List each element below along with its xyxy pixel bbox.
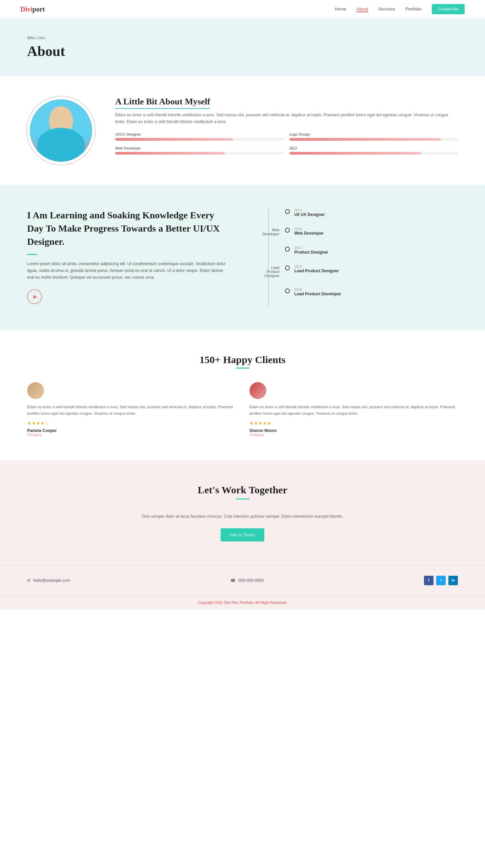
skill-logo-label: Logo Design [289,132,458,136]
timeline-item-2: Web Developer 2016 Web Developer [258,227,458,236]
tl-dot-3 [285,247,290,252]
tl-label-2: Web Developer [258,227,285,236]
tl-role-1: UI/ UX Designer [295,212,325,217]
tl-year-1: 2014 [295,209,325,212]
cta-paragraph: Duis semper diam at lacus faucibus rhonc… [27,513,458,520]
tl-dot-1 [285,209,290,214]
nav-services[interactable]: Services [378,6,395,12]
testimonial-1-stars: ★★★★☆ [27,420,236,426]
cta-button[interactable]: Get In Touch [221,528,264,541]
nav-home[interactable]: Home [335,6,346,12]
timeline-item-1: 2014 UI/ UX Designer [258,209,458,217]
skill-seo-fill [289,152,421,155]
play-button[interactable] [27,289,42,304]
copyright-pre: Copyright 2021 [198,600,224,605]
testimonial-2-stars: ★★★★★ [249,420,458,426]
nav-about[interactable]: About [357,6,368,12]
copyright-brand: Divi Plus Portfolio [224,600,253,605]
phone-icon: ☎ [230,578,236,583]
tl-label-1 [258,209,285,209]
tl-role-4: Lead Product Designer [295,269,339,273]
skill-logo: Logo Design [289,132,458,141]
tl-dot-5 [285,289,290,293]
tl-year-3: 2017 [295,246,328,250]
timeline-right: 2014 UI/ UX Designer Web Developer 2016 … [248,209,458,307]
timeline-item-3: 2017 Product Designer [258,246,458,255]
tl-label-3 [258,246,285,247]
footer-email: hello@example.com [33,578,70,583]
timeline-item-5: 2018 Lead Product Developer [258,288,458,296]
reviewer-1-company: Company [27,433,236,437]
tl-dot-4 [285,265,290,270]
clients-underline [236,368,249,369]
reviewer-2-company: Company [249,433,458,437]
avatar-sharon-img [249,382,266,399]
skill-seo: SEO [289,146,458,155]
tl-role-5: Lead Product Developer [295,292,341,296]
avatar-pamela [27,382,44,399]
testimonial-2-text: Etiam eu tortor a velit blandit lobortis… [249,404,458,416]
testimonial-1-text: Etiam eu tortor a velit blandit lobortis… [27,404,236,416]
logo-divi: Divi [20,5,33,13]
tl-year-2: 2016 [295,227,324,231]
avatar [27,97,95,164]
reviewer-1-name: Pamela Cooper [27,428,236,433]
skill-seo-label: SEO [289,146,458,150]
timeline-section: I Am Learning and Soaking Knowledge Ever… [0,185,485,330]
tl-right-3: 2017 Product Designer [290,246,328,255]
nav-portfolio[interactable]: Portfolio [405,6,422,12]
email-icon: ✉ [27,578,31,583]
about-text: A Little Bit About Myself Etiam eu torto… [115,97,458,155]
logo[interactable]: Diviport [20,5,45,13]
timeline-paragraph: Lorem ipsum dolor sit amet, consectetur … [27,260,227,281]
skill-uiux-label: UI/UX Designer [115,132,284,136]
footer-contact: ✉ hello@example.com ☎ 000-000-0000 f t i… [0,565,485,595]
tl-right-1: 2014 UI/ UX Designer [290,209,325,217]
timeline-items: 2014 UI/ UX Designer Web Developer 2016 … [258,209,458,296]
linkedin-icon[interactable]: in [448,576,458,585]
twitter-icon[interactable]: t [436,576,446,585]
testimonial-1: Etiam eu tortor a velit blandit lobortis… [27,382,236,437]
skill-uiux-bar [115,138,284,141]
testimonials: Etiam eu tortor a velit blandit lobortis… [27,382,458,437]
reviewer-2-name: Sharon Moore [249,428,458,433]
tl-year-5: 2018 [295,288,341,292]
tl-right-2: 2016 Web Developer [290,227,324,236]
cta-underline [236,498,249,499]
about-header: Who I Am About [0,19,485,76]
copyright-post: . All Right Reserved. [254,600,287,605]
tl-year-4: 2018 [295,265,339,269]
skill-webdev-label: Web Developer [115,146,284,150]
logo-port: port [33,5,45,13]
about-paragraph: Etiam eu tortor a velit blandit lobortis… [115,112,458,125]
avatar-sharon [249,382,266,399]
skill-logo-bar [289,138,458,141]
tl-label-5 [258,288,285,289]
skill-webdev-bar [115,152,284,155]
timeline-item-4: Lead Product Designer 2018 Lead Product … [258,265,458,278]
footer-social: f t in [424,576,458,585]
skill-logo-fill [289,138,441,141]
clients-section: 150+ Happy Clients Etiam eu tortor a vel… [0,330,485,460]
timeline-accent [27,254,37,255]
clients-heading: 150+ Happy Clients [27,354,458,366]
about-title: About [27,43,458,59]
avatar-image [30,99,92,162]
timeline-left: I Am Learning and Soaking Knowledge Ever… [27,209,227,304]
footer-email-item: ✉ hello@example.com [27,578,70,583]
footer-copy: Copyright 2021 Divi Plus Portfolio. All … [0,595,485,609]
skill-webdev-fill [115,152,225,155]
skill-uiux: UI/UX Designer [115,132,284,141]
timeline-heading: I Am Learning and Soaking Knowledge Ever… [27,209,227,249]
avatar-pamela-img [27,382,44,399]
tl-role-3: Product Designer [295,250,328,255]
tl-right-4: 2018 Lead Product Designer [290,265,339,273]
facebook-icon[interactable]: f [424,576,433,585]
footer-phone-item: ☎ 000-000-0000 [230,578,264,583]
tl-right-5: 2018 Lead Product Developer [290,288,341,296]
tl-dot-2 [285,228,290,233]
cta-heading: Let's Work Together [27,484,458,496]
cta-section: Let's Work Together Duis semper diam at … [0,460,485,565]
about-heading: A Little Bit About Myself [115,97,210,109]
contact-button[interactable]: Contact Me [432,4,465,14]
